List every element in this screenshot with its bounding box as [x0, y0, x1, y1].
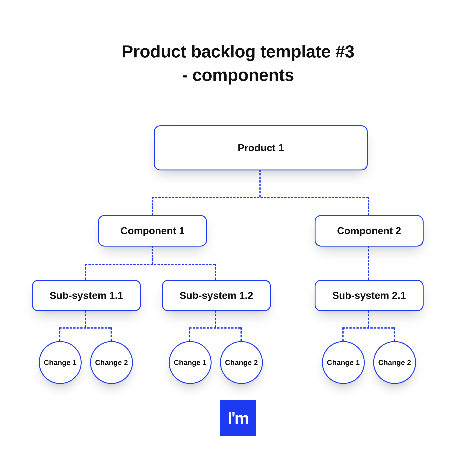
node-change-label: Change 2: [378, 358, 411, 367]
node-subsystem-1-2-label: Sub-system 1.2: [180, 290, 253, 301]
connector: [111, 327, 112, 341]
node-change-label: Change 1: [44, 358, 77, 367]
connector: [342, 327, 343, 341]
node-change-1-2-2: Change 2: [220, 341, 263, 384]
node-change-2-1-1: Change 1: [322, 341, 365, 384]
connector: [59, 327, 60, 341]
connector: [152, 246, 153, 264]
connector: [368, 310, 369, 327]
connector: [368, 197, 369, 215]
title-line-2: - components: [0, 63, 476, 87]
connector: [241, 327, 242, 341]
connector: [368, 246, 369, 280]
connector: [152, 197, 368, 198]
connector: [215, 264, 216, 280]
diagram-title: Product backlog template #3 - components: [0, 40, 476, 87]
node-change-label: Change 2: [95, 358, 128, 367]
connector: [342, 327, 394, 329]
node-product-label: Product 1: [238, 142, 284, 154]
connector: [85, 264, 215, 265]
brand-logo-text: I'm: [228, 409, 248, 427]
node-change-label: Change 1: [327, 358, 360, 367]
node-subsystem-1-2: Sub-system 1.2: [162, 280, 271, 311]
connector: [189, 327, 190, 341]
node-component-1: Component 1: [98, 215, 207, 247]
connector: [85, 310, 86, 327]
connector: [59, 327, 111, 329]
node-subsystem-1-1-label: Sub-system 1.1: [50, 290, 123, 301]
connector: [259, 170, 261, 197]
node-component-2-label: Component 2: [337, 225, 401, 237]
node-change-label: Change 1: [174, 358, 206, 367]
node-change-1-1-2: Change 2: [90, 341, 133, 384]
node-change-label: Change 2: [225, 358, 258, 367]
node-change-1-1-1: Change 1: [39, 341, 82, 384]
node-subsystem-2-1: Sub-system 2.1: [315, 280, 424, 311]
node-product: Product 1: [154, 125, 368, 171]
node-component-1-label: Component 1: [120, 225, 184, 237]
diagram-stage: Product 1 Component 1 Component 2 Sub-sy…: [27, 125, 449, 387]
node-change-1-2-1: Change 1: [169, 341, 211, 384]
brand-logo: I'm: [220, 400, 256, 436]
connector: [215, 310, 216, 327]
connector: [189, 327, 241, 329]
connector: [394, 327, 395, 341]
node-change-2-1-2: Change 2: [373, 341, 416, 384]
node-component-2: Component 2: [315, 215, 424, 247]
connector: [152, 197, 153, 215]
connector: [85, 264, 86, 280]
node-subsystem-2-1-label: Sub-system 2.1: [332, 290, 406, 301]
title-line-1: Product backlog template #3: [0, 40, 476, 63]
node-subsystem-1-1: Sub-system 1.1: [32, 280, 141, 311]
